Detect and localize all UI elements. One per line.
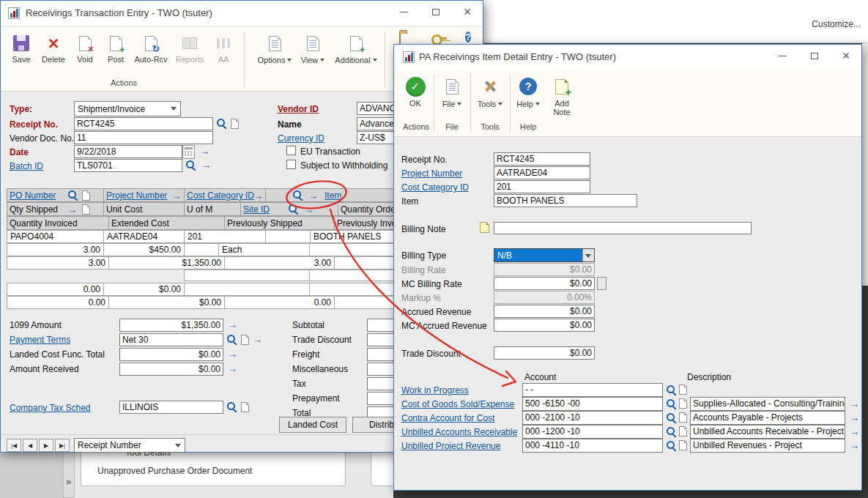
cell-extended-cost[interactable]: $1,350.00: [108, 256, 225, 270]
save-button[interactable]: Save: [5, 31, 37, 64]
batch-id-link[interactable]: Batch ID: [10, 161, 43, 171]
note-icon[interactable]: [679, 426, 687, 436]
po-number-link[interactable]: PO Number: [10, 190, 56, 201]
lookup-icon[interactable]: [666, 412, 677, 423]
cell-empty[interactable]: [184, 283, 310, 296]
receipt-no-field[interactable]: RCT4245: [74, 117, 213, 130]
expand-arrow-icon[interactable]: [850, 427, 859, 436]
cell-po-number[interactable]: PAPO4004: [7, 230, 104, 243]
amount-1099-field[interactable]: $1,350.00: [119, 319, 223, 332]
cell-uofm[interactable]: Each: [218, 243, 310, 256]
auto-rcv-button[interactable]: ↻ Auto-Rcv: [131, 31, 171, 64]
currency-id-link[interactable]: Currency ID: [278, 133, 324, 144]
dropdown-button[interactable]: [582, 249, 594, 261]
lookup-icon[interactable]: [185, 160, 196, 171]
note-icon[interactable]: [82, 190, 90, 201]
mc-billing-rate-expansion-button[interactable]: [597, 277, 607, 290]
note-icon[interactable]: [679, 384, 687, 395]
collapsed-nav-pane[interactable]: »: [63, 452, 75, 498]
cell-quantity-invoiced-2[interactable]: 0.00: [7, 296, 109, 309]
work-in-progress-account-field[interactable]: - -: [522, 383, 663, 397]
lookup-icon[interactable]: [666, 398, 677, 409]
expand-arrow-icon[interactable]: [308, 191, 318, 201]
lookup-icon[interactable]: [226, 401, 237, 412]
expand-arrow-icon[interactable]: [253, 335, 262, 344]
expand-arrow-icon[interactable]: [67, 205, 77, 215]
view-menu-button[interactable]: View: [297, 31, 329, 64]
cost-category-link[interactable]: Cost Category ID: [187, 190, 254, 201]
delete-button[interactable]: Delete: [37, 31, 70, 64]
help-button[interactable]: [465, 30, 471, 44]
add-note-button[interactable]: Add Note: [545, 74, 579, 116]
options-menu-button[interactable]: Options: [256, 31, 294, 64]
first-record-button[interactable]: |◀: [7, 439, 21, 452]
cogs-account-field[interactable]: 500 -6150 -00: [522, 397, 663, 411]
expand-arrow-icon[interactable]: [171, 191, 181, 201]
cell-cost-category[interactable]: 201: [184, 230, 266, 243]
project-number-link[interactable]: Project Number: [401, 168, 462, 179]
cell-previously-shipped-2[interactable]: 0.00: [224, 296, 335, 309]
company-tax-sched-field[interactable]: ILLINOIS: [119, 401, 223, 414]
contra-account-link[interactable]: Contra Account for Cost: [401, 413, 494, 423]
chevron-double-right-icon[interactable]: »: [66, 476, 71, 487]
cell-empty[interactable]: [265, 230, 311, 243]
expand-arrow-icon[interactable]: [201, 160, 211, 170]
reminder-item[interactable]: Unapproved Purchase Order Document: [97, 466, 252, 476]
note-icon[interactable]: [231, 119, 239, 129]
note-icon[interactable]: [679, 440, 687, 450]
ok-button[interactable]: OK: [400, 74, 431, 108]
browse-by-dropdown[interactable]: Receipt Number: [74, 438, 185, 453]
unbilled-revenue-account-field[interactable]: 000 -4110 -10: [522, 439, 663, 453]
last-record-button[interactable]: ▶|: [55, 439, 70, 452]
landed-cost-total-field[interactable]: $0.00: [119, 348, 223, 361]
note-icon[interactable]: [679, 412, 687, 423]
unbilled-ar-link[interactable]: Unbilled Accounts Receivable: [401, 427, 517, 437]
unbilled-ar-account-field[interactable]: 000 -1200 -10: [522, 425, 663, 439]
additional-menu-button[interactable]: + Additional: [332, 31, 380, 64]
contra-account-field[interactable]: 000 -2100 -10: [522, 411, 663, 425]
expand-arrow-icon[interactable]: [253, 191, 263, 201]
close-button[interactable]: [452, 1, 483, 23]
lookup-icon[interactable]: [226, 334, 237, 345]
vendor-doc-field[interactable]: 11: [74, 131, 213, 144]
cell-project-number[interactable]: AATRADE04: [103, 230, 185, 243]
cell-extended-cost-2[interactable]: $0.00: [108, 296, 225, 309]
expand-arrow-icon[interactable]: [228, 349, 237, 359]
note-icon[interactable]: [241, 402, 249, 412]
main-titlebar[interactable]: Receivings Transaction Entry - TWO (tsut…: [1, 1, 483, 26]
withholding-checkbox[interactable]: [286, 160, 296, 169]
landed-cost-button[interactable]: Landed Cost: [279, 417, 346, 433]
batch-id-field[interactable]: TLS0701: [74, 159, 182, 172]
calendar-icon[interactable]: [182, 145, 195, 159]
cell-unit-cost[interactable]: $450.00: [103, 243, 185, 256]
previous-record-button[interactable]: ◀: [23, 439, 37, 452]
customize-link[interactable]: Customize...: [812, 19, 861, 29]
note-icon[interactable]: [241, 335, 249, 345]
lookup-icon[interactable]: [666, 440, 677, 451]
company-tax-sched-link[interactable]: Company Tax Sched: [10, 403, 91, 413]
cell-qty-shipped-2[interactable]: 0.00: [7, 283, 104, 296]
tools-menu-button[interactable]: Tools: [473, 74, 507, 108]
post-button[interactable]: + Post: [100, 31, 131, 64]
lookup-icon[interactable]: [666, 384, 677, 395]
lookup-icon[interactable]: [216, 118, 227, 129]
amount-received-field[interactable]: $0.00: [119, 363, 223, 376]
lookup-icon[interactable]: [288, 204, 299, 215]
payment-terms-link[interactable]: Payment Terms: [10, 335, 70, 345]
cost-category-link[interactable]: Cost Category ID: [401, 182, 469, 193]
cell-empty[interactable]: [184, 270, 310, 281]
cogs-expense-link[interactable]: Cost of Goods Sold/Expense: [401, 399, 514, 409]
next-record-button[interactable]: ▶: [39, 439, 53, 452]
payment-terms-field[interactable]: Net 30: [119, 333, 223, 346]
minimize-button[interactable]: [766, 45, 798, 67]
expand-arrow-icon[interactable]: [850, 399, 859, 409]
expand-arrow-icon[interactable]: [228, 320, 237, 330]
note-icon[interactable]: [679, 398, 687, 409]
note-icon[interactable]: [480, 222, 489, 233]
type-dropdown[interactable]: Shipment/Invoice: [74, 101, 181, 116]
billing-type-dropdown[interactable]: N/B: [494, 248, 595, 262]
project-number-link[interactable]: Project Number: [106, 190, 167, 201]
expand-arrow-icon[interactable]: [850, 413, 859, 423]
cell-empty[interactable]: [184, 243, 219, 256]
site-id-link[interactable]: Site ID: [243, 204, 270, 215]
